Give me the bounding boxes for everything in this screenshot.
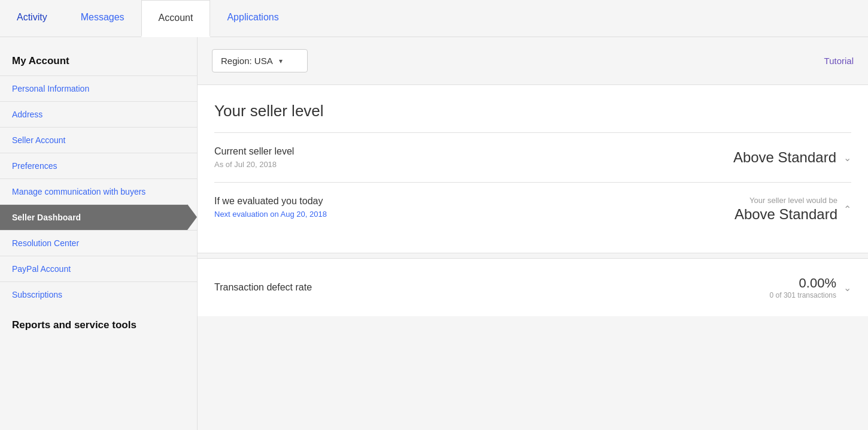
sidebar: My Account Personal InformationAddressSe… (0, 37, 198, 430)
evaluated-today-right: Your seller level would be Above Standar… (735, 196, 851, 223)
defect-count: 0 of 301 transactions (770, 291, 836, 299)
current-level-row: Current seller level As of Jul 20, 2018 … (214, 133, 851, 183)
defect-row: Transaction defect rate 0.00% 0 of 301 t… (214, 275, 851, 299)
sidebar-item-paypal-account[interactable]: PayPal Account (0, 256, 197, 281)
defect-chevron-icon[interactable]: ⌄ (843, 282, 851, 293)
current-level-left: Current seller level As of Jul 20, 2018 (214, 146, 294, 169)
seller-level-card: Your seller level Current seller level A… (198, 84, 868, 253)
evaluated-today-subtitle: Next evaluation on Aug 20, 2018 (214, 210, 327, 219)
current-level-right: Above Standard ⌄ (733, 149, 851, 166)
main-content: Region: USA ▾ Tutorial Your seller level… (198, 37, 868, 430)
evaluated-values: Your seller level would be Above Standar… (735, 196, 837, 223)
would-be-label: Your seller level would be (749, 196, 837, 205)
region-bar: Region: USA ▾ Tutorial (198, 37, 868, 84)
sidebar-item-subscriptions[interactable]: Subscriptions (0, 281, 197, 307)
current-level-subtitle: As of Jul 20, 2018 (214, 160, 294, 169)
top-navigation: ActivityMessagesAccountApplications (0, 0, 868, 37)
tutorial-link[interactable]: Tutorial (824, 56, 854, 66)
defect-title: Transaction defect rate (214, 282, 312, 293)
evaluated-value: Above Standard (735, 206, 837, 223)
main-layout: My Account Personal InformationAddressSe… (0, 37, 868, 430)
region-select[interactable]: Region: USA ▾ (212, 49, 308, 72)
reports-section-title: Reports and service tools (0, 307, 197, 337)
seller-level-title: Your seller level (214, 102, 851, 120)
evaluated-today-value-row: Your seller level would be Above Standar… (735, 196, 851, 223)
region-label: Region: USA (221, 56, 273, 66)
current-level-title: Current seller level (214, 146, 294, 157)
sidebar-item-preferences[interactable]: Preferences (0, 153, 197, 178)
tab-messages[interactable]: Messages (64, 0, 141, 37)
defect-right: 0.00% 0 of 301 transactions ⌄ (770, 275, 851, 299)
evaluated-today-title: If we evaluated you today (214, 196, 327, 207)
defect-percent: 0.00% (770, 275, 836, 291)
tab-applications[interactable]: Applications (210, 0, 295, 37)
region-chevron-icon: ▾ (279, 57, 283, 65)
evaluated-chevron-icon[interactable]: ⌃ (843, 204, 851, 215)
my-account-title: My Account (0, 49, 197, 75)
evaluated-today-row: If we evaluated you today Next evaluatio… (214, 183, 851, 236)
tab-account[interactable]: Account (141, 0, 211, 37)
tab-activity[interactable]: Activity (0, 0, 64, 37)
sidebar-item-resolution-center[interactable]: Resolution Center (0, 230, 197, 256)
sidebar-item-personal-information[interactable]: Personal Information (0, 75, 197, 101)
defect-value: 0.00% 0 of 301 transactions (770, 275, 836, 299)
sidebar-item-address[interactable]: Address (0, 101, 197, 127)
transaction-defect-card: Transaction defect rate 0.00% 0 of 301 t… (198, 258, 868, 316)
sidebar-item-manage-communication[interactable]: Manage communication with buyers (0, 178, 197, 204)
evaluated-today-left: If we evaluated you today Next evaluatio… (214, 196, 327, 219)
sidebar-item-seller-dashboard[interactable]: Seller Dashboard (0, 204, 197, 230)
current-level-chevron-icon[interactable]: ⌄ (843, 152, 851, 163)
current-level-value: Above Standard (733, 149, 836, 166)
sidebar-item-seller-account[interactable]: Seller Account (0, 127, 197, 153)
